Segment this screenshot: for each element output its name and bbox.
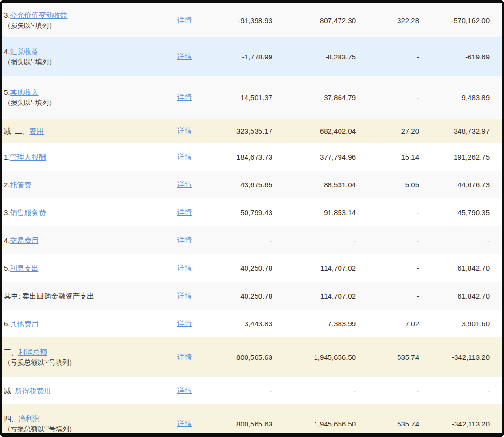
table-row-transaction-fee: 4.交易费用 详情 - - - - xyxy=(2,226,502,254)
row-label-link[interactable]: 费用 xyxy=(29,127,44,135)
row-prefix: 4. xyxy=(4,236,10,244)
detail-link[interactable]: 详情 xyxy=(177,52,192,60)
detail-link[interactable]: 详情 xyxy=(177,93,192,101)
value-cell: 535.74 xyxy=(358,353,421,361)
row-prefix: 四、 xyxy=(4,414,18,423)
table-row-income-tax: 减: 所得税费用 详情 - - - - xyxy=(2,377,502,404)
table-row-exchange-gains: 4.汇兑收益 （损失以'-'填列） 详情 -1,778.99 -8,283.75… xyxy=(2,37,502,76)
table-row-other-income: 5.其他收入 （损失以'-'填列） 详情 14,501.37 37,864.79… xyxy=(2,76,502,119)
value-cell: - xyxy=(221,387,274,395)
value-cell: - xyxy=(274,236,358,244)
value-cell: 9,483.89 xyxy=(421,93,502,102)
value-cell: - xyxy=(358,93,421,102)
value-cell: 114,707.02 xyxy=(274,264,358,272)
value-cell: - xyxy=(358,387,421,395)
row-label-link[interactable]: 交易费用 xyxy=(10,236,39,244)
detail-link[interactable]: 详情 xyxy=(177,208,192,216)
value-cell: 7.02 xyxy=(358,320,421,328)
table-row-repo-expense: 其中: 卖出回购金融资产支出 详情 40,250.78 114,707.02 -… xyxy=(2,282,502,310)
value-cell: -619.69 xyxy=(421,53,502,61)
table-row-management-fee: 1.管理人报酬 详情 184,673.73 377,794.96 15.14 1… xyxy=(2,143,502,171)
detail-link[interactable]: 详情 xyxy=(177,264,192,272)
value-cell: 37,864.79 xyxy=(274,93,358,102)
table-row-total-expenses: 减: 二、费用 详情 323,535.17 682,402.04 27.20 3… xyxy=(2,119,502,143)
value-cell: 1,945,656.50 xyxy=(274,420,358,428)
value-cell: 7,383.99 xyxy=(274,320,358,328)
row-label-link[interactable]: 销售服务费 xyxy=(10,208,46,217)
detail-link[interactable]: 详情 xyxy=(177,16,192,24)
value-cell: 807,472.30 xyxy=(274,16,358,24)
row-label-link[interactable]: 其他收入 xyxy=(10,88,39,96)
value-cell: 14,501.37 xyxy=(221,93,274,102)
row-prefix: 3. xyxy=(4,208,10,217)
row-label-link[interactable]: 托管费 xyxy=(10,181,32,189)
value-cell: 43,675.65 xyxy=(221,181,274,189)
row-label-link[interactable]: 利润总额 xyxy=(18,348,47,356)
row-label-link[interactable]: 管理人报酬 xyxy=(10,153,46,161)
value-cell: 323,535.17 xyxy=(221,127,274,135)
row-prefix: 2. xyxy=(4,181,10,189)
value-cell: 27.20 xyxy=(358,127,421,135)
value-cell: 15.14 xyxy=(358,153,421,161)
value-cell: -91,398.93 xyxy=(221,16,274,24)
value-cell: -8,283.75 xyxy=(274,53,358,61)
row-label-link[interactable]: 汇兑收益 xyxy=(10,47,39,56)
row-subtitle: （损失以'-'填列） xyxy=(4,57,176,67)
value-cell: 40,250.78 xyxy=(221,264,274,272)
table-row-net-profit: 四、净利润 （亏损总额以'-'号填列） 详情 800,565.63 1,945,… xyxy=(2,404,502,433)
value-cell: 377,794.96 xyxy=(274,153,358,161)
detail-link[interactable]: 详情 xyxy=(177,386,192,394)
value-cell: 50,799.43 xyxy=(221,208,274,217)
row-subtitle: （亏损总额以'-'号填列） xyxy=(4,357,176,368)
row-prefix: 5. xyxy=(4,88,10,96)
row-prefix: 其中: 卖出回购金融资产支出 xyxy=(4,292,94,300)
row-subtitle: （亏损总额以'-'号填列） xyxy=(4,424,176,434)
table-row-interest-expense: 5.利息支出 详情 40,250.78 114,707.02 - 61,842.… xyxy=(2,254,502,282)
value-cell: -342,113.20 xyxy=(421,353,502,361)
income-statement-table: 3.公允价值变动收益 （损失以'-'填列） 详情 -91,398.93 807,… xyxy=(2,3,502,433)
detail-link[interactable]: 详情 xyxy=(177,180,192,188)
row-prefix: 6. xyxy=(4,320,10,328)
value-cell: - xyxy=(421,387,502,395)
value-cell: -1,778.99 xyxy=(221,53,274,61)
value-cell: - xyxy=(221,236,274,244)
value-cell: 184,673.73 xyxy=(221,153,274,161)
detail-link[interactable]: 详情 xyxy=(177,291,192,299)
value-cell: 40,250.78 xyxy=(221,292,274,300)
detail-link[interactable]: 详情 xyxy=(177,236,192,244)
value-cell: 3,901.60 xyxy=(421,320,502,328)
value-cell: 61,842.70 xyxy=(421,292,502,300)
detail-link[interactable]: 详情 xyxy=(177,152,192,161)
table-row-fair-value-gains: 3.公允价值变动收益 （损失以'-'填列） 详情 -91,398.93 807,… xyxy=(2,3,502,37)
detail-link[interactable]: 详情 xyxy=(177,419,192,427)
row-label-link[interactable]: 所得税费用 xyxy=(15,387,51,395)
row-label-link[interactable]: 净利润 xyxy=(18,414,40,423)
value-cell: 45,790.35 xyxy=(421,208,502,217)
row-prefix: 减: xyxy=(4,387,15,395)
detail-link[interactable]: 详情 xyxy=(177,353,192,361)
detail-link[interactable]: 详情 xyxy=(177,319,192,327)
value-cell: -342,113.20 xyxy=(421,420,502,428)
value-cell: - xyxy=(421,236,502,244)
value-cell: - xyxy=(358,53,421,61)
value-cell: 682,402.04 xyxy=(274,127,358,135)
row-subtitle: （损失以'-'填列） xyxy=(4,98,176,108)
row-label-link[interactable]: 利息支出 xyxy=(10,264,39,272)
value-cell: - xyxy=(358,264,421,272)
value-cell: - xyxy=(358,236,421,244)
value-cell: 5.05 xyxy=(358,181,421,189)
value-cell: 44,676.73 xyxy=(421,181,502,189)
row-label-link[interactable]: 其他费用 xyxy=(10,320,39,328)
table-row-other-expenses: 6.其他费用 详情 3,443.83 7,383.99 7.02 3,901.6… xyxy=(2,310,502,337)
detail-link[interactable]: 详情 xyxy=(177,126,192,135)
value-cell: - xyxy=(358,292,421,300)
value-cell: 348,732.97 xyxy=(421,127,502,135)
value-cell: - xyxy=(274,387,358,395)
row-subtitle: （损失以'-'填列） xyxy=(4,21,176,31)
value-cell: - xyxy=(358,208,421,217)
table-row-sales-service-fee: 3.销售服务费 详情 50,799.43 91,853.14 - 45,790.… xyxy=(2,198,502,226)
row-prefix: 减: 二、 xyxy=(4,127,29,135)
row-label-link[interactable]: 公允价值变动收益 xyxy=(10,11,68,19)
row-prefix: 三、 xyxy=(4,348,18,356)
row-prefix: 3. xyxy=(4,11,10,19)
